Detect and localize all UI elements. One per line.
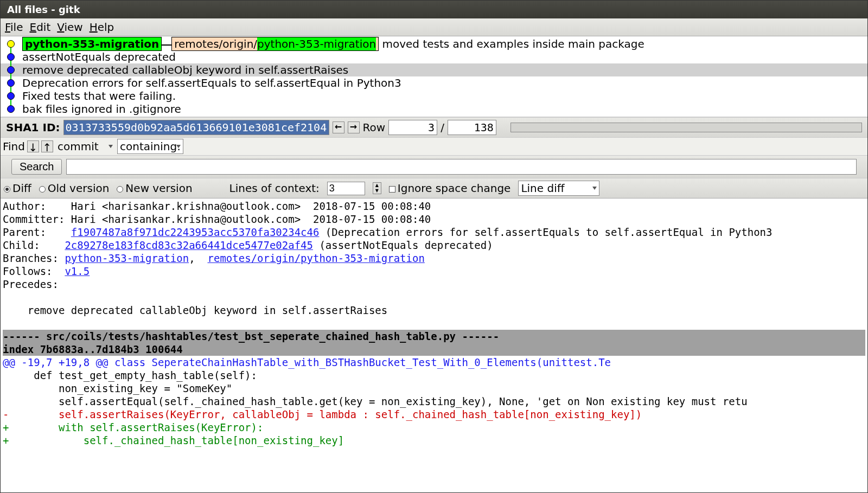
commit-dot-icon <box>7 53 15 61</box>
window-title: All files - gitk <box>7 4 80 15</box>
commit-dot-head-icon <box>7 40 15 48</box>
precedes-line: Precedes: <box>3 278 59 290</box>
follows-tag-link[interactable]: v1.5 <box>65 265 90 277</box>
menu-file[interactable]: File <box>5 21 23 34</box>
committer-line: Committer: Hari <harisankar.krishna@outl… <box>3 213 431 225</box>
menu-edit[interactable]: Edit <box>29 21 50 34</box>
branch-tag-local[interactable]: python-353-migration <box>22 37 162 51</box>
find-label: Find <box>3 140 25 153</box>
sha-bar: SHA1 ID: ← → Row / <box>1 117 867 138</box>
chevron-down-icon[interactable]: ▼ <box>373 188 381 194</box>
diff-mode-dropdown[interactable]: Line diff <box>518 181 599 196</box>
checkbox-icon <box>389 186 395 193</box>
commit-graph-pane[interactable]: python-353-migrationremotes/origin/pytho… <box>1 36 867 117</box>
search-bar: Search <box>1 156 867 178</box>
radio-old-icon <box>39 186 46 193</box>
row-label: Row <box>363 121 386 134</box>
graph-column <box>1 63 21 76</box>
radio-new-icon <box>117 186 123 193</box>
commit-message-cell: Deprecation errors for self.assertEquals… <box>21 76 867 89</box>
gitk-window: All files - gitk File Edit View Help pyt… <box>0 0 868 493</box>
radio-new-version[interactable]: New version <box>117 182 192 195</box>
commit-dot-icon <box>7 105 15 113</box>
find-mode-dropdown[interactable]: containing: <box>117 139 183 154</box>
child-sha-link[interactable]: 2c89278e183f8cd83c32a66441dce5477e02af45 <box>65 239 313 251</box>
context-spinner[interactable]: ▲▼ <box>373 182 381 194</box>
radio-diff-icon <box>4 186 10 193</box>
child-line: Child: 2c89278e183f8cd83c32a66441dce5477… <box>3 239 493 251</box>
diff-added-line: + self._chained_hash_table[non_existing_… <box>3 434 344 446</box>
chevron-up-icon[interactable]: ▲ <box>373 183 381 188</box>
commit-message-cell: Fixed tests that were failing. <box>21 89 867 103</box>
commit-message-cell: assertNotEquals deprecated <box>21 50 867 63</box>
nav-back-button[interactable]: ← <box>333 121 344 133</box>
sha-input[interactable] <box>63 120 329 135</box>
commit-message: remove deprecated callableObj keyword in… <box>3 304 387 316</box>
tag-connector-icon <box>162 44 171 46</box>
search-button[interactable]: Search <box>11 159 62 175</box>
sha-label: SHA1 ID: <box>6 121 60 134</box>
row-total-input <box>448 120 496 135</box>
commit-dot-icon <box>7 92 15 100</box>
commit-row[interactable]: Fixed tests that were failing. <box>1 89 867 103</box>
author-line: Author: Hari <harisankar.krishna@outlook… <box>3 200 431 212</box>
find-scope-dropdown[interactable]: commit <box>55 139 115 153</box>
commit-message-cell: python-353-migrationremotes/origin/pytho… <box>21 37 867 50</box>
graph-column <box>1 37 21 50</box>
diff-file-header: ------ src/coils/tests/hashtables/test_b… <box>3 330 865 343</box>
find-next-button[interactable]: ↓ <box>27 140 39 152</box>
find-prev-button[interactable]: ↑ <box>41 140 53 152</box>
radio-old-version[interactable]: Old version <box>39 182 110 195</box>
context-label: Lines of context: <box>229 182 320 195</box>
horizontal-scrollbar[interactable] <box>510 123 862 132</box>
commit-row[interactable]: python-353-migrationremotes/origin/pytho… <box>1 37 867 50</box>
branch-tag-remote[interactable]: remotes/origin/python-353-migration <box>171 37 379 51</box>
follows-line: Follows: v1.5 <box>3 265 90 277</box>
graph-column <box>1 103 21 116</box>
diff-index-header: index 7b6883a..7d184b3 100644 <box>3 343 865 356</box>
graph-column <box>1 89 21 103</box>
branch-link-1[interactable]: python-353-migration <box>65 252 189 264</box>
window-titlebar: All files - gitk <box>1 1 867 18</box>
commit-row[interactable]: remove deprecated callableObj keyword in… <box>1 63 867 76</box>
commit-row[interactable]: assertNotEquals deprecated <box>1 50 867 63</box>
diff-options-bar: Diff Old version New version Lines of co… <box>1 178 867 199</box>
commit-dot-icon <box>7 66 15 74</box>
radio-diff[interactable]: Diff <box>4 182 31 195</box>
ignore-space-checkbox[interactable]: Ignore space change <box>389 182 511 195</box>
diff-context-line: def test_get_empty_hash_table(self): <box>3 369 257 381</box>
nav-forward-button[interactable]: → <box>348 121 360 133</box>
diff-view-pane[interactable]: Author: Hari <harisankar.krishna@outlook… <box>1 199 867 492</box>
menu-view[interactable]: View <box>57 21 82 34</box>
commit-row[interactable]: Deprecation errors for self.assertEquals… <box>1 76 867 89</box>
graph-column <box>1 50 21 63</box>
commit-dot-icon <box>7 79 15 87</box>
diff-context-line: self.assertEqual(self._chained_hash_tabl… <box>3 395 748 407</box>
diff-added-line: + with self.assertRaises(KeyError): <box>3 421 263 433</box>
search-input[interactable] <box>66 159 857 175</box>
branch-link-2[interactable]: remotes/origin/python-353-migration <box>208 252 425 264</box>
menu-help[interactable]: Help <box>90 21 114 34</box>
commit-message-cell: bak files ignored in .gitignore <box>21 103 867 116</box>
branches-line: Branches: python-353-migration, remotes/… <box>3 252 425 264</box>
row-slash: / <box>441 121 444 134</box>
graph-column <box>1 76 21 89</box>
diff-removed-line: - self.assertRaises(KeyError, callableOb… <box>3 408 642 420</box>
parent-line: Parent: f1907487a8f971dc2243953acc5370fa… <box>3 226 772 238</box>
parent-sha-link[interactable]: f1907487a8f971dc2243953acc5370fa30234c46 <box>71 226 320 238</box>
diff-hunk-header: @@ -19,7 +19,8 @@ class SeperateChainHas… <box>3 356 611 368</box>
menubar: File Edit View Help <box>1 18 867 36</box>
context-lines-input[interactable] <box>327 182 365 195</box>
commit-message-cell: remove deprecated callableObj keyword in… <box>21 63 867 76</box>
diff-context-line: non_existing_key = "SomeKey" <box>3 382 232 394</box>
row-current-input[interactable] <box>388 120 437 135</box>
commit-row[interactable]: bak files ignored in .gitignore <box>1 103 867 116</box>
find-bar: Find ↓ ↑ commit containing: <box>1 138 867 156</box>
